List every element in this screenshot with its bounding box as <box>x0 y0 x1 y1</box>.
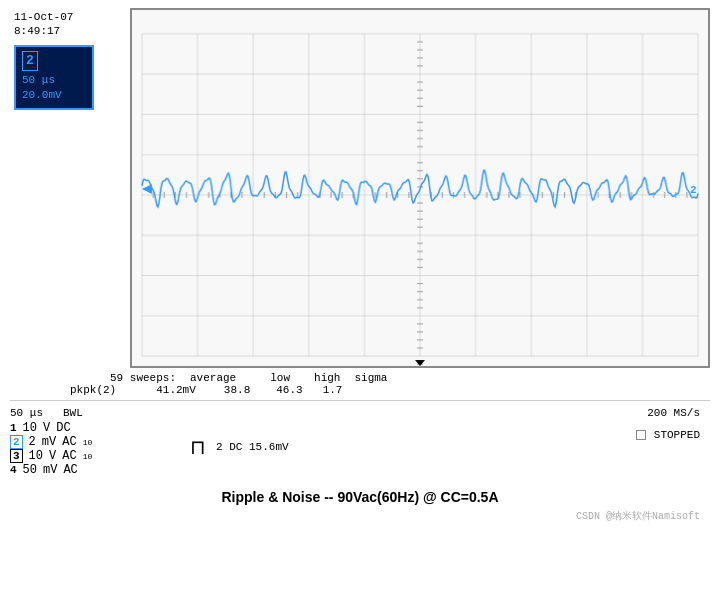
ch1-unit: V <box>43 421 50 435</box>
channel-info-box: 2 50 μs 20.0mV <box>14 45 94 110</box>
watermark: CSDN @纳米软件Namisoft <box>10 509 710 523</box>
sigma-value: 1.7 <box>323 384 343 396</box>
channel-number: 2 <box>22 51 38 71</box>
stats-line: 59 sweeps: average low high sigma <box>10 372 710 384</box>
stopped-indicator-icon <box>636 430 646 440</box>
scope-section: 11-Oct-07 8:49:17 2 50 μs 20.0mV LeCroy <box>10 8 710 368</box>
ch4-coupling: AC <box>63 463 77 477</box>
ch4-unit: mV <box>43 463 57 477</box>
ch3-num: 3 <box>10 449 23 463</box>
sample-rate: 200 MS/s <box>636 407 700 419</box>
ch4-volts: 50 <box>23 463 37 477</box>
channel-left: 50 μs BWL 1 10 V DC 2 2 mV AC 10 3 <box>10 407 190 477</box>
oscilloscope-screen: LeCroy <box>130 8 710 368</box>
sweeps-label: 59 sweeps: <box>110 372 176 384</box>
ch1-volts: 10 <box>23 421 37 435</box>
ch3-unit: V <box>49 449 56 463</box>
date-label: 11-Oct-07 <box>14 10 126 24</box>
ch2-unit: mV <box>42 435 56 449</box>
ch2-dc-info: 2 DC 15.6mV <box>216 441 289 453</box>
ch3-coupling: AC <box>62 449 76 463</box>
waveform-canvas <box>132 10 708 366</box>
ch2-subscript: 10 <box>83 438 93 447</box>
ch1-num: 1 <box>10 422 17 434</box>
ch3-volts: 10 <box>29 449 43 463</box>
channel-row: 50 μs BWL 1 10 V DC 2 2 mV AC 10 3 <box>10 407 710 477</box>
ch4-line: 4 50 mV AC <box>10 463 190 477</box>
pulse-icon: ⊓ <box>190 435 206 459</box>
average-label: average <box>190 372 236 384</box>
timebase-bottom: 50 μs <box>10 407 43 419</box>
average-value: 41.2mV <box>156 384 196 396</box>
ch2-num: 2 <box>10 435 23 449</box>
left-info-panel: 11-Oct-07 8:49:17 2 50 μs 20.0mV <box>10 8 130 368</box>
timebase-value: 50 μs <box>22 73 86 88</box>
ch2-line: 2 2 mV AC 10 <box>10 435 190 449</box>
ch2-coupling: AC <box>62 435 76 449</box>
ch4-num: 4 <box>10 464 17 476</box>
status-row: STOPPED <box>636 429 700 441</box>
measurement-label: pkpk(2) <box>70 384 116 396</box>
channel-right: 200 MS/s STOPPED <box>636 407 710 441</box>
status-label: STOPPED <box>654 429 700 441</box>
stats-values-line: pkpk(2) 41.2mV 38.8 46.3 1.7 <box>10 384 710 396</box>
main-container: 11-Oct-07 8:49:17 2 50 μs 20.0mV LeCroy … <box>0 0 720 600</box>
ch3-line: 3 10 V AC 10 <box>10 449 190 463</box>
timestamp: 11-Oct-07 8:49:17 <box>14 10 126 39</box>
main-title: Ripple & Noise -- 90Vac(60Hz) @ CC=0.5A <box>221 489 498 505</box>
bottom-info: 50 μs BWL 1 10 V DC 2 2 mV AC 10 3 <box>10 400 710 481</box>
sigma-label: sigma <box>354 372 387 384</box>
low-label: low <box>270 372 290 384</box>
ch3-subscript: 10 <box>83 452 93 461</box>
bwl-label: BWL <box>63 407 83 419</box>
channel-middle: ⊓ 2 DC 15.6mV <box>190 407 636 459</box>
ch1-line: 1 10 V DC <box>10 421 190 435</box>
high-label: high <box>314 372 340 384</box>
time-label: 8:49:17 <box>14 24 126 38</box>
low-value: 38.8 <box>224 384 250 396</box>
ch1-coupling: DC <box>56 421 70 435</box>
ch2-volts: 2 <box>29 435 36 449</box>
title-bar: Ripple & Noise -- 90Vac(60Hz) @ CC=0.5A <box>10 481 710 509</box>
volts-value: 20.0mV <box>22 88 86 103</box>
stats-row: 59 sweeps: average low high sigma pkpk(2… <box>10 368 710 400</box>
high-value: 46.3 <box>276 384 302 396</box>
